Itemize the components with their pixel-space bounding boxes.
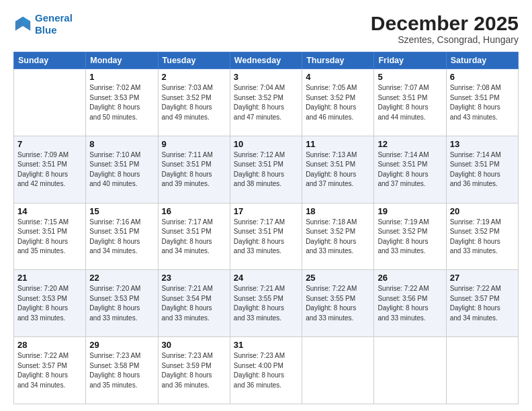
weekday-header: Tuesday (158, 52, 230, 69)
day-number: 12 (378, 139, 442, 149)
logo-icon (13, 15, 32, 34)
calendar-cell: 21Sunrise: 7:20 AM Sunset: 3:53 PM Dayli… (14, 270, 86, 337)
calendar-cell: 16Sunrise: 7:17 AM Sunset: 3:51 PM Dayli… (158, 203, 230, 270)
day-number: 7 (17, 139, 82, 149)
calendar-table: SundayMondayTuesdayWednesdayThursdayFrid… (13, 52, 519, 404)
calendar-cell (374, 337, 446, 404)
weekday-header: Wednesday (230, 52, 302, 69)
day-info: Sunrise: 7:17 AM Sunset: 3:51 PM Dayligh… (162, 218, 226, 257)
calendar-cell (302, 337, 374, 404)
calendar-cell: 31Sunrise: 7:23 AM Sunset: 4:00 PM Dayli… (230, 337, 302, 404)
calendar-cell: 10Sunrise: 7:12 AM Sunset: 3:51 PM Dayli… (230, 136, 302, 203)
day-info: Sunrise: 7:16 AM Sunset: 3:51 PM Dayligh… (89, 218, 154, 257)
day-number: 18 (306, 206, 370, 216)
day-info: Sunrise: 7:23 AM Sunset: 3:58 PM Dayligh… (89, 351, 154, 390)
calendar-cell: 25Sunrise: 7:22 AM Sunset: 3:55 PM Dayli… (302, 270, 374, 337)
day-number: 16 (162, 206, 226, 216)
day-number: 1 (89, 72, 154, 82)
day-number: 22 (89, 273, 154, 283)
day-info: Sunrise: 7:02 AM Sunset: 3:53 PM Dayligh… (89, 83, 154, 122)
day-info: Sunrise: 7:08 AM Sunset: 3:51 PM Dayligh… (450, 83, 515, 122)
calendar-cell: 23Sunrise: 7:21 AM Sunset: 3:54 PM Dayli… (158, 270, 230, 337)
calendar-cell: 17Sunrise: 7:17 AM Sunset: 3:51 PM Dayli… (230, 203, 302, 270)
weekday-header: Friday (374, 52, 446, 69)
weekday-header: Thursday (302, 52, 374, 69)
day-info: Sunrise: 7:04 AM Sunset: 3:52 PM Dayligh… (234, 83, 298, 122)
day-info: Sunrise: 7:13 AM Sunset: 3:51 PM Dayligh… (306, 150, 370, 189)
day-info: Sunrise: 7:19 AM Sunset: 3:52 PM Dayligh… (450, 218, 515, 257)
day-info: Sunrise: 7:03 AM Sunset: 3:52 PM Dayligh… (162, 83, 226, 122)
day-number: 5 (378, 72, 442, 82)
calendar-cell: 29Sunrise: 7:23 AM Sunset: 3:58 PM Dayli… (86, 337, 158, 404)
calendar-cell: 19Sunrise: 7:19 AM Sunset: 3:52 PM Dayli… (374, 203, 446, 270)
day-info: Sunrise: 7:05 AM Sunset: 3:52 PM Dayligh… (306, 83, 370, 122)
calendar-cell: 24Sunrise: 7:21 AM Sunset: 3:55 PM Dayli… (230, 270, 302, 337)
calendar-cell (446, 337, 518, 404)
calendar-cell: 18Sunrise: 7:18 AM Sunset: 3:52 PM Dayli… (302, 203, 374, 270)
calendar-cell: 27Sunrise: 7:22 AM Sunset: 3:57 PM Dayli… (446, 270, 518, 337)
calendar-week-row: 28Sunrise: 7:22 AM Sunset: 3:57 PM Dayli… (14, 337, 519, 404)
logo: General Blue (13, 12, 73, 36)
day-info: Sunrise: 7:20 AM Sunset: 3:53 PM Dayligh… (17, 284, 82, 323)
page: General Blue December 2025 Szentes, Cson… (0, 0, 532, 411)
day-info: Sunrise: 7:07 AM Sunset: 3:51 PM Dayligh… (378, 83, 442, 122)
day-number: 8 (89, 139, 154, 149)
day-number: 24 (234, 273, 298, 283)
logo-line2: Blue (35, 24, 57, 36)
calendar-week-row: 7Sunrise: 7:09 AM Sunset: 3:51 PM Daylig… (14, 136, 519, 203)
day-number: 3 (234, 72, 298, 82)
calendar-cell: 11Sunrise: 7:13 AM Sunset: 3:51 PM Dayli… (302, 136, 374, 203)
calendar-cell: 9Sunrise: 7:11 AM Sunset: 3:51 PM Daylig… (158, 136, 230, 203)
day-number: 2 (162, 72, 226, 82)
day-info: Sunrise: 7:22 AM Sunset: 3:57 PM Dayligh… (450, 284, 515, 323)
weekday-header: Monday (86, 52, 158, 69)
day-info: Sunrise: 7:14 AM Sunset: 3:51 PM Dayligh… (378, 150, 442, 189)
calendar-cell: 4Sunrise: 7:05 AM Sunset: 3:52 PM Daylig… (302, 69, 374, 136)
calendar-cell: 30Sunrise: 7:23 AM Sunset: 3:59 PM Dayli… (158, 337, 230, 404)
calendar-header-row: SundayMondayTuesdayWednesdayThursdayFrid… (14, 52, 519, 69)
calendar-week-row: 21Sunrise: 7:20 AM Sunset: 3:53 PM Dayli… (14, 270, 519, 337)
day-number: 10 (234, 139, 298, 149)
day-number: 9 (162, 139, 226, 149)
day-number: 14 (17, 206, 82, 216)
day-info: Sunrise: 7:21 AM Sunset: 3:54 PM Dayligh… (162, 284, 226, 323)
logo-line1: General (35, 12, 73, 24)
header: General Blue December 2025 Szentes, Cson… (13, 12, 519, 45)
day-number: 17 (234, 206, 298, 216)
day-info: Sunrise: 7:23 AM Sunset: 4:00 PM Dayligh… (234, 351, 298, 390)
calendar-week-row: 14Sunrise: 7:15 AM Sunset: 3:51 PM Dayli… (14, 203, 519, 270)
subtitle: Szentes, Csongrad, Hungary (371, 34, 519, 45)
calendar-week-row: 1Sunrise: 7:02 AM Sunset: 3:53 PM Daylig… (14, 69, 519, 136)
day-number: 21 (17, 273, 82, 283)
calendar-cell: 20Sunrise: 7:19 AM Sunset: 3:52 PM Dayli… (446, 203, 518, 270)
calendar-cell: 26Sunrise: 7:22 AM Sunset: 3:56 PM Dayli… (374, 270, 446, 337)
day-info: Sunrise: 7:14 AM Sunset: 3:51 PM Dayligh… (450, 150, 515, 189)
calendar-cell: 28Sunrise: 7:22 AM Sunset: 3:57 PM Dayli… (14, 337, 86, 404)
day-info: Sunrise: 7:18 AM Sunset: 3:52 PM Dayligh… (306, 218, 370, 257)
calendar-cell: 6Sunrise: 7:08 AM Sunset: 3:51 PM Daylig… (446, 69, 518, 136)
day-number: 27 (450, 273, 515, 283)
day-info: Sunrise: 7:21 AM Sunset: 3:55 PM Dayligh… (234, 284, 298, 323)
day-info: Sunrise: 7:17 AM Sunset: 3:51 PM Dayligh… (234, 218, 298, 257)
calendar-cell: 3Sunrise: 7:04 AM Sunset: 3:52 PM Daylig… (230, 69, 302, 136)
day-info: Sunrise: 7:11 AM Sunset: 3:51 PM Dayligh… (162, 150, 226, 189)
day-number: 4 (306, 72, 370, 82)
calendar-cell: 13Sunrise: 7:14 AM Sunset: 3:51 PM Dayli… (446, 136, 518, 203)
day-number: 23 (162, 273, 226, 283)
day-number: 20 (450, 206, 515, 216)
day-number: 29 (89, 340, 154, 350)
calendar-cell: 22Sunrise: 7:20 AM Sunset: 3:53 PM Dayli… (86, 270, 158, 337)
day-number: 31 (234, 340, 298, 350)
title-block: December 2025 Szentes, Csongrad, Hungary (371, 12, 519, 45)
day-info: Sunrise: 7:12 AM Sunset: 3:51 PM Dayligh… (234, 150, 298, 189)
day-number: 25 (306, 273, 370, 283)
day-number: 15 (89, 206, 154, 216)
calendar-cell (14, 69, 86, 136)
day-number: 11 (306, 139, 370, 149)
day-number: 28 (17, 340, 82, 350)
calendar-cell: 1Sunrise: 7:02 AM Sunset: 3:53 PM Daylig… (86, 69, 158, 136)
weekday-header: Sunday (14, 52, 86, 69)
day-info: Sunrise: 7:23 AM Sunset: 3:59 PM Dayligh… (162, 351, 226, 390)
day-number: 30 (162, 340, 226, 350)
calendar-cell: 12Sunrise: 7:14 AM Sunset: 3:51 PM Dayli… (374, 136, 446, 203)
